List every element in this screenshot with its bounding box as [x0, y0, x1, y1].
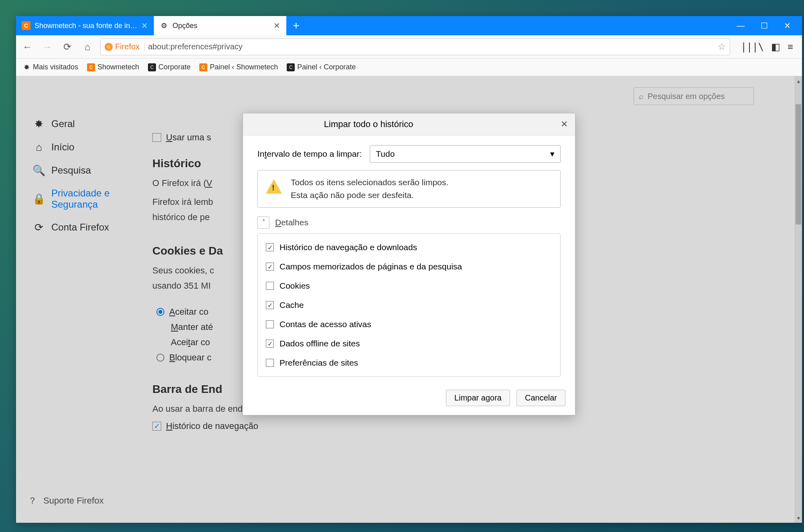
firefox-icon: [105, 43, 113, 51]
checkbox-checked-icon[interactable]: ✓: [266, 340, 274, 348]
check-active-logins[interactable]: Contas de acesso ativas: [264, 315, 554, 334]
dialog-buttons: Limpar agora Cancelar: [243, 384, 575, 415]
navbar: ← → ⟳ ⌂ Firefox about:preferences#privac…: [16, 35, 802, 59]
firefox-window: C Showmetech - sua fonte de in… ✕ ⚙ Opçõ…: [16, 16, 802, 523]
maximize-button[interactable]: ☐: [761, 21, 768, 30]
check-label: Histórico de navegação e downloads: [279, 243, 417, 252]
favicon-showmetech: C: [22, 21, 30, 30]
site-icon: C: [148, 63, 156, 71]
warning-line2: Esta ação não pode ser desfeita.: [291, 190, 448, 200]
sidebar-toggle-icon[interactable]: ◧: [771, 41, 780, 53]
check-history-downloads[interactable]: ✓Histórico de navegação e downloads: [264, 238, 554, 257]
gear-icon: ✸: [22, 63, 30, 71]
site-icon: C: [199, 63, 207, 71]
gear-icon: ⚙: [160, 21, 168, 30]
reload-button[interactable]: ⟳: [60, 40, 75, 54]
check-cookies[interactable]: Cookies: [264, 276, 554, 295]
window-controls: — ☐ ✕: [725, 16, 802, 35]
clear-history-dialog: Limpar todo o histórico ✕ Intervalo de t…: [243, 113, 575, 415]
identity-label: Firefox: [115, 42, 140, 51]
forward-button[interactable]: →: [40, 40, 55, 54]
clear-now-button[interactable]: Limpar agora: [446, 390, 510, 406]
checkbox-checked-icon[interactable]: ✓: [266, 263, 274, 271]
site-icon: C: [87, 63, 95, 71]
site-icon: C: [287, 63, 295, 71]
dialog-title: Limpar todo o histórico: [324, 119, 413, 129]
warning-icon: [266, 179, 282, 194]
bookmarks-bar: ✸Mais visitados CShowmetech CCorporate C…: [16, 59, 802, 76]
close-tab-icon[interactable]: ✕: [273, 21, 280, 30]
checkbox-checked-icon[interactable]: ✓: [266, 301, 274, 309]
time-range-select[interactable]: Tudo ▾: [370, 145, 561, 163]
close-window-button[interactable]: ✕: [784, 21, 791, 30]
bookmark-corporate[interactable]: CCorporate: [148, 63, 190, 71]
url-text: about:preferences#privacy: [148, 42, 715, 51]
warning-text-block: Todos os itens selecionados serão limpos…: [291, 178, 448, 200]
bookmark-most-visited[interactable]: ✸Mais visitados: [22, 63, 78, 71]
menu-icon[interactable]: ≡: [788, 41, 793, 53]
chevron-down-icon: ▾: [550, 149, 555, 159]
bookmark-painel-showmetech[interactable]: CPainel ‹ Showmetech: [199, 63, 278, 71]
time-range-row: Intervalo de tempo a limpar: Tudo ▾: [257, 145, 561, 163]
bm-label: Painel ‹ Corporate: [297, 63, 356, 71]
content: ✸Geral ⌂Início 🔍Pesquisa 🔒Privacidade e …: [16, 76, 802, 523]
check-label: Campos memorizados de páginas e da pesqu…: [279, 262, 462, 271]
identity-firefox: Firefox: [105, 42, 145, 51]
bm-label: Painel ‹ Showmetech: [210, 63, 278, 71]
details-header[interactable]: ˄ Detalhes: [257, 216, 561, 229]
check-label: Cookies: [279, 281, 310, 291]
range-value: Tudo: [376, 149, 395, 159]
minimize-button[interactable]: —: [737, 21, 745, 30]
cancel-button[interactable]: Cancelar: [516, 390, 565, 406]
tab-showmetech[interactable]: C Showmetech - sua fonte de in… ✕: [16, 16, 154, 35]
range-label: Intervalo de tempo a limpar:: [257, 149, 362, 159]
warning-box: Todos os itens selecionados serão limpos…: [257, 170, 561, 208]
dialog-body: Intervalo de tempo a limpar: Tudo ▾ Todo…: [243, 136, 575, 384]
bookmark-painel-corporate[interactable]: CPainel ‹ Corporate: [287, 63, 356, 71]
check-label: Preferências de sites: [279, 358, 358, 368]
close-tab-icon[interactable]: ✕: [141, 21, 148, 30]
checkbox-icon[interactable]: [266, 320, 274, 328]
check-label: Contas de acesso ativas: [279, 320, 371, 329]
warning-line1: Todos os itens selecionados serão limpos…: [291, 178, 448, 187]
checkbox-icon[interactable]: [266, 282, 274, 290]
check-label: Cache: [279, 300, 304, 310]
check-site-prefs[interactable]: Preferências de sites: [264, 353, 554, 372]
check-cache[interactable]: ✓Cache: [264, 295, 554, 315]
check-label: Dados offline de sites: [279, 339, 360, 348]
bm-label: Showmetech: [97, 63, 139, 71]
details-label: Detalhes: [275, 218, 308, 227]
check-offline-data[interactable]: ✓Dados offline de sites: [264, 334, 554, 353]
tab-opcoes[interactable]: ⚙ Opções ✕: [154, 16, 286, 35]
checkbox-icon[interactable]: [266, 359, 274, 367]
url-bar[interactable]: Firefox about:preferences#privacy ☆: [100, 38, 730, 55]
library-icon[interactable]: |||\: [741, 41, 764, 53]
details-list: ✓Histórico de navegação e downloads ✓Cam…: [257, 233, 561, 377]
dialog-close-button[interactable]: ✕: [561, 119, 568, 129]
chevron-up-icon[interactable]: ˄: [257, 216, 269, 229]
bookmark-star-icon[interactable]: ☆: [718, 42, 726, 52]
dialog-titlebar: Limpar todo o histórico ✕: [243, 113, 575, 136]
tab-label: Showmetech - sua fonte de in…: [34, 22, 137, 30]
checkbox-checked-icon[interactable]: ✓: [266, 243, 274, 251]
bm-label: Corporate: [158, 63, 190, 71]
home-button[interactable]: ⌂: [80, 40, 95, 54]
bm-label: Mais visitados: [33, 63, 78, 71]
new-tab-button[interactable]: +: [286, 16, 306, 35]
titlebar: C Showmetech - sua fonte de in… ✕ ⚙ Opçõ…: [16, 16, 802, 35]
back-button[interactable]: ←: [20, 40, 34, 54]
check-form-search[interactable]: ✓Campos memorizados de páginas e da pesq…: [264, 257, 554, 276]
bookmark-showmetech[interactable]: CShowmetech: [87, 63, 139, 71]
tab-label: Opções: [172, 22, 197, 30]
nav-right: |||\ ◧ ≡: [736, 41, 798, 53]
